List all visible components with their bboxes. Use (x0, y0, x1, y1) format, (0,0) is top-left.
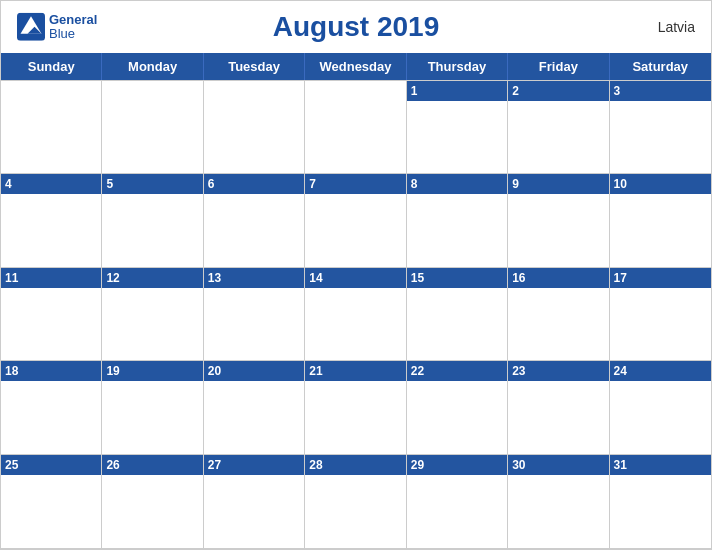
calendar-cell: 16 (508, 268, 609, 362)
cell-content: 30 (508, 455, 608, 548)
date-label: 4 (1, 174, 101, 194)
header-saturday: Saturday (610, 53, 711, 80)
calendar-cell: 5 (102, 174, 203, 268)
cell-content: 10 (610, 174, 711, 267)
cell-body (407, 475, 507, 548)
header-tuesday: Tuesday (204, 53, 305, 80)
cell-content: 2 (508, 81, 608, 173)
date-label: 29 (407, 455, 507, 475)
cell-body (610, 288, 711, 361)
cell-content: 26 (102, 455, 202, 548)
cell-content: 19 (102, 361, 202, 454)
cell-body (1, 381, 101, 454)
calendar-cell: 27 (204, 455, 305, 549)
date-label: 21 (305, 361, 405, 381)
cell-body (102, 381, 202, 454)
cell-content (305, 81, 405, 173)
date-label: 12 (102, 268, 202, 288)
cell-body (1, 288, 101, 361)
cell-content: 31 (610, 455, 711, 548)
date-label: 18 (1, 361, 101, 381)
calendar-cell: 22 (407, 361, 508, 455)
date-label: 25 (1, 455, 101, 475)
cell-content: 18 (1, 361, 101, 454)
cell-body (204, 381, 304, 454)
calendar-cell: 18 (1, 361, 102, 455)
cell-body (610, 475, 711, 548)
cell-content: 5 (102, 174, 202, 267)
date-label: 23 (508, 361, 608, 381)
cell-body (508, 381, 608, 454)
calendar-cell: 31 (610, 455, 711, 549)
cell-body (508, 475, 608, 548)
cell-body (305, 381, 405, 454)
cell-body (102, 101, 202, 173)
cell-content: 29 (407, 455, 507, 548)
cell-body (102, 194, 202, 267)
cell-content (204, 81, 304, 173)
calendar-cell: 19 (102, 361, 203, 455)
cell-body (102, 475, 202, 548)
country-label: Latvia (658, 19, 695, 35)
logo-general: General (49, 13, 97, 27)
cell-content: 28 (305, 455, 405, 548)
date-label: 11 (1, 268, 101, 288)
date-label: 20 (204, 361, 304, 381)
cell-content: 4 (1, 174, 101, 267)
calendar-cell: 9 (508, 174, 609, 268)
cell-content: 14 (305, 268, 405, 361)
logo-text: General Blue (49, 13, 97, 42)
logo: General Blue (17, 13, 97, 42)
cell-body (407, 288, 507, 361)
date-label: 14 (305, 268, 405, 288)
cell-body (610, 101, 711, 173)
calendar-cell: 14 (305, 268, 406, 362)
calendar-cell: 12 (102, 268, 203, 362)
date-label: 27 (204, 455, 304, 475)
date-label: 24 (610, 361, 711, 381)
calendar-cell: 13 (204, 268, 305, 362)
header-friday: Friday (508, 53, 609, 80)
cell-body (508, 288, 608, 361)
calendar-cell: 10 (610, 174, 711, 268)
calendar-cell: 1 (407, 80, 508, 174)
date-label: 31 (610, 455, 711, 475)
calendar-cell (1, 80, 102, 174)
calendar-cell (204, 80, 305, 174)
date-label: 6 (204, 174, 304, 194)
calendar-cell (102, 80, 203, 174)
cell-content: 27 (204, 455, 304, 548)
calendar-cell: 23 (508, 361, 609, 455)
logo-blue: Blue (49, 27, 97, 41)
day-headers-row: Sunday Monday Tuesday Wednesday Thursday… (1, 53, 711, 80)
date-label: 15 (407, 268, 507, 288)
cell-content: 24 (610, 361, 711, 454)
calendar-cell: 21 (305, 361, 406, 455)
cell-content (1, 81, 101, 173)
cell-content: 12 (102, 268, 202, 361)
header-thursday: Thursday (407, 53, 508, 80)
calendar-cell: 24 (610, 361, 711, 455)
calendar-header: General Blue August 2019 Latvia (1, 1, 711, 53)
calendar-cell: 2 (508, 80, 609, 174)
cell-content: 25 (1, 455, 101, 548)
cell-content: 7 (305, 174, 405, 267)
cell-content: 17 (610, 268, 711, 361)
calendar-cell: 8 (407, 174, 508, 268)
cell-content: 16 (508, 268, 608, 361)
cell-content: 15 (407, 268, 507, 361)
cell-content: 13 (204, 268, 304, 361)
date-label: 22 (407, 361, 507, 381)
cell-content: 23 (508, 361, 608, 454)
date-label (204, 81, 304, 101)
date-label: 2 (508, 81, 608, 101)
date-label: 26 (102, 455, 202, 475)
date-label (305, 81, 405, 101)
date-label: 7 (305, 174, 405, 194)
cell-body (305, 194, 405, 267)
date-label: 17 (610, 268, 711, 288)
date-label: 1 (407, 81, 507, 101)
cell-content: 1 (407, 81, 507, 173)
calendar-cell: 29 (407, 455, 508, 549)
date-label: 10 (610, 174, 711, 194)
